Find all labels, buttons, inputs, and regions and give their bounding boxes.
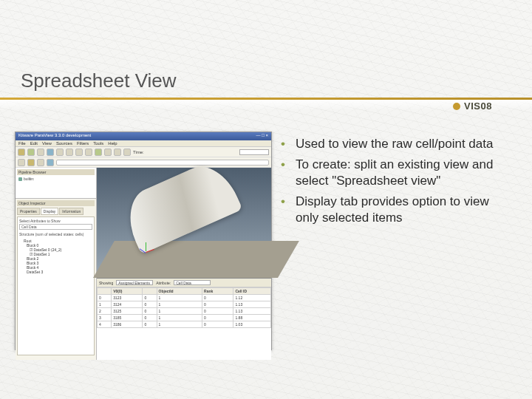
window-body: Pipeline Browser builtin: Object Inspect…: [16, 168, 271, 360]
menu-item[interactable]: Tools: [93, 141, 103, 146]
table-cell[interactable]: 3: [98, 315, 112, 321]
table-cell[interactable]: 0: [202, 301, 233, 308]
table-row[interactable]: 131240101.13: [98, 301, 271, 308]
toolbar-1: Time:: [16, 147, 271, 157]
col-header[interactable]: ObjectId: [157, 288, 202, 295]
paraview-screenshot: Kitware ParaView 3.3.0 development — □ ×…: [15, 132, 272, 350]
table-cell[interactable]: 0: [143, 295, 157, 301]
loop-icon[interactable]: [123, 149, 131, 156]
table-cell[interactable]: 1: [157, 308, 202, 315]
table-cell[interactable]: 0: [143, 308, 157, 315]
save-icon[interactable]: [27, 149, 35, 156]
table-header-row: V0(0) ObjectId Rank Cell ID: [98, 288, 271, 295]
spreadsheet-view: Showing Assigned Elements Attribute: Cel…: [97, 279, 271, 360]
table-cell[interactable]: 0: [202, 308, 233, 315]
table-cell[interactable]: 3124: [112, 301, 143, 308]
table-cell[interactable]: 1: [157, 295, 202, 301]
table-cell[interactable]: 1: [98, 301, 112, 308]
table-cell[interactable]: 0: [143, 315, 157, 321]
table-cell[interactable]: 3123: [112, 295, 143, 301]
col-header[interactable]: [143, 288, 157, 295]
connect-icon[interactable]: [37, 149, 44, 156]
spreadsheet-controls: Showing Assigned Elements Attribute: Cel…: [97, 279, 271, 287]
table-cell[interactable]: 1: [157, 301, 202, 308]
tab-information[interactable]: Information: [59, 208, 83, 215]
3d-render-view[interactable]: [97, 168, 271, 279]
bullet-list: Used to view the raw cell/point data To …: [281, 136, 510, 231]
table-row[interactable]: 331850101.88: [98, 315, 271, 321]
window-title: Kitware ParaView 3.3.0 development: [18, 133, 91, 140]
table-cell[interactable]: 3125: [112, 308, 143, 315]
tool-icon[interactable]: [47, 159, 54, 166]
table-cell[interactable]: 4: [98, 321, 112, 328]
attribute-label: Attribute:: [156, 281, 171, 285]
menu-item[interactable]: File: [18, 141, 26, 146]
next-frame-icon[interactable]: [104, 149, 112, 156]
window-controls-icon: — □ ×: [256, 133, 268, 140]
pipeline-header: Pipeline Browser: [17, 169, 95, 175]
table-cell[interactable]: 0: [143, 321, 157, 328]
play-icon[interactable]: [95, 149, 102, 156]
table-cell[interactable]: 1.13: [233, 301, 271, 308]
table-cell[interactable]: 0: [202, 321, 233, 328]
slide: Spreadsheet View VIS08 Used to view the …: [0, 0, 532, 399]
inspector-header: Object Inspector: [17, 200, 95, 206]
col-header[interactable]: Rank: [202, 288, 233, 295]
showing-select[interactable]: Assigned Elements: [116, 280, 153, 285]
tool-icon[interactable]: [18, 159, 25, 166]
col-header[interactable]: Cell ID: [233, 288, 271, 295]
structure-tree: Root Block 0 ☑ DataSet 0 (24_2) ☑ DataSe…: [19, 239, 92, 274]
showing-label: Showing: [99, 281, 113, 285]
ground-plane: [93, 241, 299, 278]
col-header[interactable]: [98, 288, 112, 295]
table-cell[interactable]: 0: [143, 301, 157, 308]
menu-item[interactable]: Filters: [77, 141, 89, 146]
prev-frame-icon[interactable]: [85, 149, 92, 156]
attribute-select[interactable]: Cell Data: [174, 280, 211, 285]
first-frame-icon[interactable]: [75, 149, 83, 156]
tree-node[interactable]: DataSet 3: [19, 270, 92, 274]
representation-select[interactable]: [56, 160, 269, 166]
table-cell[interactable]: 3185: [112, 315, 143, 321]
tool-icon[interactable]: [27, 159, 35, 166]
undo-icon[interactable]: [56, 149, 64, 156]
redo-icon[interactable]: [66, 149, 73, 156]
table-row[interactable]: 031230101.12: [98, 295, 271, 301]
table-cell[interactable]: 0: [202, 295, 233, 301]
table-row[interactable]: 431860101.03: [98, 321, 271, 328]
menu-item[interactable]: View: [42, 141, 52, 146]
table-cell[interactable]: 1.03: [233, 321, 271, 328]
table-cell[interactable]: 1: [157, 315, 202, 321]
table-row[interactable]: 231250101.13: [98, 308, 271, 315]
pipeline-item[interactable]: builtin:: [17, 177, 95, 181]
table-cell[interactable]: 1.12: [233, 295, 271, 301]
table-cell[interactable]: 1: [157, 321, 202, 328]
tab-display[interactable]: Display: [41, 208, 58, 215]
help-icon[interactable]: [47, 149, 54, 156]
table-cell[interactable]: 1.13: [233, 308, 271, 315]
object-inspector: Object Inspector Properties Display Info…: [16, 199, 96, 360]
toolbar-2: [16, 157, 271, 168]
logo-dot-icon: [453, 103, 460, 110]
y-axis: [146, 242, 146, 251]
time-input[interactable]: [239, 149, 269, 155]
table-cell[interactable]: 1.88: [233, 315, 271, 321]
table-cell[interactable]: 0: [98, 295, 112, 301]
menu-item[interactable]: Edit: [30, 141, 38, 146]
bullet-item: To create: split an existing view and se…: [281, 157, 510, 189]
tab-properties[interactable]: Properties: [17, 208, 40, 215]
left-panels: Pipeline Browser builtin: Object Inspect…: [16, 168, 97, 360]
col-header[interactable]: V0(0): [112, 288, 143, 295]
spreadsheet-table: V0(0) ObjectId Rank Cell ID 031230101.12…: [97, 287, 271, 328]
visibility-icon[interactable]: [18, 177, 22, 181]
tool-icon[interactable]: [37, 159, 44, 166]
table-cell[interactable]: 3186: [112, 321, 143, 328]
table-cell[interactable]: 0: [202, 315, 233, 321]
open-icon[interactable]: [18, 149, 25, 156]
menu-item[interactable]: Sources: [56, 141, 72, 146]
last-frame-icon[interactable]: [114, 149, 121, 156]
bullet-item: Used to view the raw cell/point data: [281, 136, 510, 152]
select-attributes-value[interactable]: Cell Data: [19, 224, 92, 230]
menu-item[interactable]: Help: [108, 141, 117, 146]
table-cell[interactable]: 2: [98, 308, 112, 315]
